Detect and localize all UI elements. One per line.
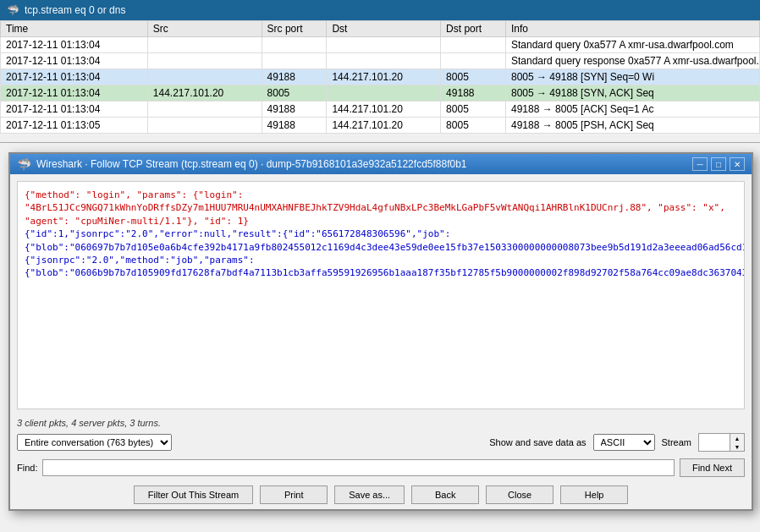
find-next-button[interactable]: Find Next — [680, 458, 745, 477]
dialog-title-bar: 🦈 Wireshark · Follow TCP Stream (tcp.str… — [10, 154, 752, 174]
window-title-bar: 🦈 tcp.stream eq 0 or dns — [0, 0, 760, 20]
stream-text-red: {"method": "login", "params": {"login": … — [25, 189, 725, 227]
help-button[interactable]: Help — [560, 485, 628, 504]
dialog-title-text: Wireshark · Follow TCP Stream (tcp.strea… — [36, 158, 467, 170]
stream-decrement[interactable]: ▼ — [730, 442, 744, 451]
col-src: Src — [147, 21, 262, 37]
col-dst-port: Dst port — [441, 21, 506, 37]
find-row: Find: Find Next — [10, 455, 752, 480]
table-row[interactable]: 2017-12-11 01:13:0449188144.217.101.2080… — [1, 101, 760, 118]
stream-spinner[interactable]: 0 ▲ ▼ — [698, 433, 745, 452]
stream-text-blue-2: {"jsonrpc":"2.0","method":"job","params"… — [25, 255, 745, 278]
controls-row: Entire conversation (763 bytes)Client tr… — [10, 430, 752, 455]
col-dst: Dst — [327, 21, 441, 37]
print-button[interactable]: Print — [260, 485, 328, 504]
col-time: Time — [1, 21, 148, 37]
maximize-button[interactable]: □ — [711, 157, 726, 171]
col-src-port: Src port — [262, 21, 327, 37]
table-row[interactable]: 2017-12-11 01:13:04Standard query 0xa577… — [1, 37, 760, 53]
table-row[interactable]: 2017-12-11 01:13:0449188144.217.101.2080… — [1, 69, 760, 85]
bottom-buttons: Filter Out This Stream Print Save as... … — [10, 480, 752, 509]
close-button[interactable]: Close — [486, 485, 553, 504]
stream-input[interactable]: 0 — [699, 436, 730, 448]
encoding-select[interactable]: ASCIIHEXC ArraysRaw — [593, 434, 655, 451]
show-save-label: Show and save data as — [489, 437, 586, 447]
tcp-stream-content: {"method": "login", "params": {"login": … — [17, 181, 745, 409]
dialog-icon: 🦈 — [17, 157, 31, 171]
packet-list-table: Time Src Src port Dst Dst port Info 2017… — [0, 20, 760, 134]
stream-text-blue-1: {"id":1,"jsonrpc":"2.0","error":null,"re… — [25, 228, 745, 252]
table-row[interactable]: 2017-12-11 01:13:04144.217.101.208005491… — [1, 85, 760, 101]
window-title: tcp.stream eq 0 or dns — [25, 4, 125, 16]
dialog-close-button[interactable]: ✕ — [730, 157, 745, 171]
find-input[interactable] — [42, 459, 674, 476]
minimize-button[interactable]: ─ — [692, 157, 708, 171]
filter-out-button[interactable]: Filter Out This Stream — [134, 485, 253, 504]
tcp-stream-dialog: 🦈 Wireshark · Follow TCP Stream (tcp.str… — [8, 152, 753, 511]
find-label: Find: — [17, 463, 37, 473]
table-row[interactable]: 2017-12-11 01:13:04Standard query respon… — [1, 53, 760, 69]
back-button[interactable]: Back — [411, 485, 479, 504]
table-row[interactable]: 2017-12-11 01:13:0549188144.217.101.2080… — [1, 118, 760, 134]
col-info: Info — [506, 21, 760, 37]
packet-summary: 3 client pkts, 4 server pkts, 3 turns. — [10, 416, 752, 430]
save-as-button[interactable]: Save as... — [334, 485, 405, 504]
conversation-select[interactable]: Entire conversation (763 bytes)Client tr… — [17, 434, 172, 451]
wireshark-icon: 🦈 — [7, 4, 19, 16]
stream-label: Stream — [662, 437, 691, 447]
stream-increment[interactable]: ▲ — [730, 434, 744, 442]
